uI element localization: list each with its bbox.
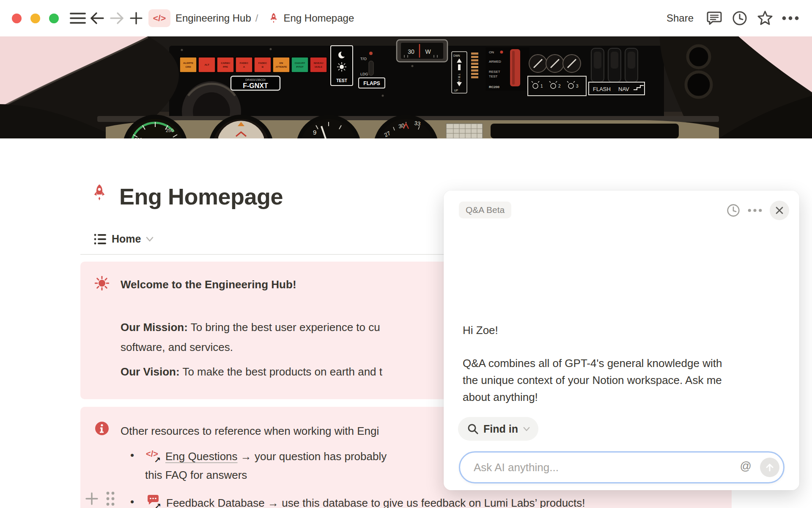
close-window-button[interactable] — [12, 14, 22, 23]
forward-button[interactable] — [107, 8, 126, 28]
svg-text:A: A — [243, 66, 245, 68]
glovebox — [491, 124, 679, 138]
add-block-button[interactable] — [85, 491, 99, 506]
qa-ai-panel: Q&A Beta Hi Zoe! Q&A combines all of GPT… — [444, 190, 799, 490]
svg-text:F-GNXT: F-GNXT — [243, 82, 268, 89]
light-switch-panel: 1 2 3 — [528, 76, 586, 96]
svg-text:FADEC: FADEC — [258, 62, 267, 64]
qa-intro-line1: Q&A combines all of GPT-4's general know… — [463, 355, 722, 372]
rocker-switches — [591, 48, 638, 82]
feedback-link-icon: ↗ — [146, 494, 162, 508]
trim-indicator: DWN TRIM UP — [452, 52, 467, 93]
hamburger-icon — [70, 12, 86, 25]
svg-text:ATTENTE: ATTENTE — [275, 66, 287, 68]
vision-text: To make the best products on earth and t — [180, 365, 382, 378]
registration-placard: DR400/155CDI F-GNXT — [231, 76, 280, 90]
minimize-window-button[interactable] — [30, 14, 40, 23]
svg-text:3: 3 — [576, 84, 579, 88]
updates-button[interactable] — [730, 8, 749, 28]
tab-label: Home — [112, 233, 141, 245]
bullet-feedback-database: • ↗ Feedback Database → use this databas… — [146, 494, 585, 508]
svg-text:NIVEAU: NIVEAU — [314, 62, 324, 64]
view-tab-home[interactable]: Home — [94, 233, 154, 245]
svg-text:HUILE: HUILE — [315, 66, 322, 68]
sun-icon — [95, 276, 109, 290]
info-icon — [95, 421, 109, 436]
feedback-database-link[interactable]: Feedback Database — [166, 497, 265, 508]
flash-nav-placard: FLASH NAV — [589, 82, 645, 95]
qa-greeting: Hi Zoe! — [463, 322, 498, 339]
page-icon-rocket[interactable] — [91, 182, 108, 203]
svg-text:TEST: TEST — [336, 78, 347, 83]
share-button[interactable]: Share — [661, 10, 699, 27]
notion-window: </> Engineering Hub / Eng Homepage Share — [0, 0, 812, 508]
svg-text:B: B — [262, 66, 264, 68]
eng-questions-link[interactable]: Eng Questions — [165, 450, 238, 463]
qa-more-button[interactable] — [748, 208, 762, 213]
svg-text:UP: UP — [454, 89, 458, 92]
new-tab-button[interactable] — [126, 8, 146, 28]
qa-intro-line2: the unique context of your Notion worksp… — [463, 372, 722, 389]
comment-icon — [707, 11, 722, 25]
mission-line-2: software, and services. — [121, 340, 233, 355]
mission-label: Our Mission: — [121, 321, 188, 334]
breadcrumb-separator: / — [255, 12, 258, 24]
zoom-window-button[interactable] — [49, 14, 59, 23]
arrow-up-icon — [765, 463, 774, 472]
page-cover-image: ALERTECRD ALT CARBUPPE FADECA FADECB ENA… — [0, 36, 812, 138]
chevron-down-icon — [146, 237, 154, 242]
comments-button[interactable] — [705, 8, 724, 28]
ask-ai-input[interactable] — [459, 451, 785, 483]
chevron-down-icon — [523, 427, 530, 431]
svg-text:1: 1 — [540, 84, 543, 88]
more-options-button[interactable] — [781, 8, 800, 28]
svg-text:↗: ↗ — [154, 501, 161, 508]
close-icon — [775, 206, 784, 215]
breadcrumb-page[interactable]: Eng Homepage — [283, 12, 354, 24]
drag-handle[interactable] — [106, 491, 115, 506]
clock-icon — [732, 11, 747, 26]
code-link-icon: </> ↗ — [146, 447, 161, 463]
svg-text:NAV: NAV — [618, 86, 629, 92]
bullet-glyph: • — [130, 494, 134, 508]
svg-text:ARMED: ARMED — [489, 60, 501, 64]
favorite-button[interactable] — [755, 8, 775, 28]
page-header: Eng Homepage — [91, 182, 283, 211]
svg-text:PPE: PPE — [223, 66, 228, 68]
qa-close-button[interactable] — [770, 201, 789, 220]
workspace-code-icon[interactable]: </> — [148, 9, 170, 27]
svg-text:RC200: RC200 — [489, 85, 499, 89]
find-in-button[interactable]: Find in — [458, 417, 538, 441]
svg-text:2: 2 — [558, 84, 561, 88]
bullet2-text: → use this database to give us feedback … — [265, 497, 585, 508]
arrow-left-icon — [90, 12, 104, 25]
svg-text:DR400/155CDI: DR400/155CDI — [245, 78, 266, 81]
welcome-title: Welcome to the Engineering Hub! — [121, 277, 296, 292]
breadcrumb-workspace[interactable]: Engineering Hub — [176, 12, 251, 24]
test-panel: TEST — [331, 46, 353, 86]
svg-text:ALT: ALT — [204, 64, 209, 66]
svg-text:ALERTE: ALERTE — [183, 62, 193, 64]
send-button[interactable] — [760, 458, 779, 477]
sidebar-toggle-button[interactable] — [68, 8, 88, 28]
svg-text:FLAPS: FLAPS — [363, 80, 380, 86]
qa-history-button[interactable] — [727, 204, 740, 217]
svg-text:CRD: CRD — [186, 66, 192, 68]
svg-text:EN: EN — [280, 62, 283, 64]
compass: 30 W — [397, 40, 447, 62]
find-in-label: Find in — [483, 423, 518, 435]
ellipsis-icon — [782, 16, 799, 20]
page-title[interactable]: Eng Homepage — [119, 182, 283, 211]
svg-text:↗: ↗ — [154, 455, 161, 463]
checklist-placard — [446, 124, 483, 138]
svg-text:ON: ON — [489, 50, 494, 54]
back-button[interactable] — [88, 8, 107, 28]
ask-ai-input-wrap: @ — [459, 451, 785, 483]
resources-title: Other resources to reference when workin… — [121, 423, 379, 439]
title-bar: </> Engineering Hub / Eng Homepage Share — [0, 0, 812, 36]
mention-button[interactable]: @ — [740, 460, 752, 473]
qa-intro-line3: about anything! — [463, 389, 722, 406]
svg-text:FLASH: FLASH — [593, 86, 611, 92]
svg-text:200: 200 — [134, 137, 142, 138]
cockpit-photo: ALERTECRD ALT CARBUPPE FADECA FADECB ENA… — [0, 36, 812, 138]
